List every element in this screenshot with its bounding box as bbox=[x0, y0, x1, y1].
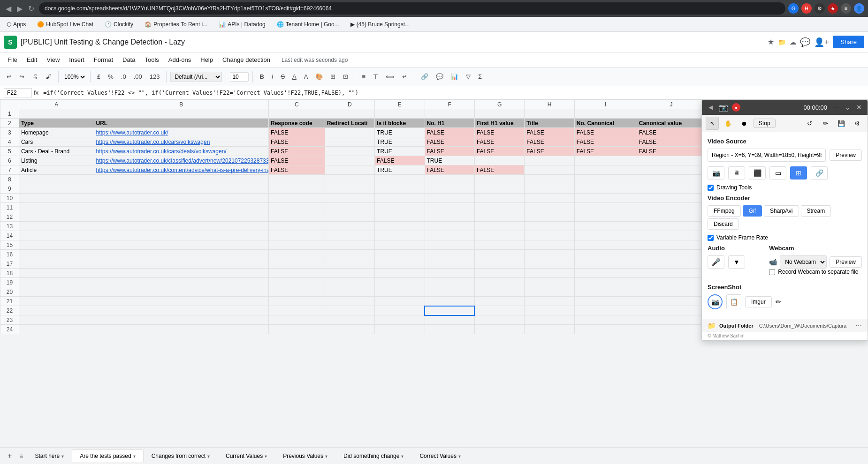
window-source-button[interactable]: ▭ bbox=[769, 166, 786, 180]
cell-i7[interactable] bbox=[574, 165, 637, 175]
bookmark-apps[interactable]: ⬡ Apps bbox=[4, 20, 29, 29]
menu-insert[interactable]: Insert bbox=[65, 54, 88, 65]
save-tool-button[interactable]: 💾 bbox=[835, 117, 848, 130]
folder-icon[interactable]: 📁 bbox=[778, 38, 786, 46]
tab-tests-passed[interactable]: Are the tests passed ▾ bbox=[72, 449, 143, 462]
print-button[interactable]: 🖨 bbox=[29, 71, 41, 82]
cell-d4[interactable] bbox=[325, 137, 374, 147]
refresh-button[interactable]: ↻ bbox=[26, 3, 36, 14]
more-options-button[interactable]: ⋯ bbox=[855, 322, 862, 329]
extension-icon-5[interactable]: ≡ bbox=[841, 3, 851, 14]
header-h1[interactable]: No. H1 bbox=[425, 119, 474, 128]
decimal-increase-button[interactable]: .00 bbox=[131, 71, 145, 82]
format-123-button[interactable]: 123 bbox=[147, 71, 163, 82]
header-canonical-value[interactable]: Canonical value bbox=[637, 119, 705, 128]
comments-icon[interactable]: 💬 bbox=[800, 37, 810, 47]
star-icon[interactable]: ★ bbox=[768, 37, 774, 46]
add-sheet-button[interactable]: + bbox=[4, 450, 15, 462]
paint-format-button[interactable]: 🖌 bbox=[43, 71, 54, 82]
merge-button[interactable]: ⊡ bbox=[340, 71, 351, 82]
cell-d5[interactable] bbox=[325, 147, 374, 156]
cell-j4[interactable]: FALSE bbox=[637, 137, 705, 147]
tab-did-something-change[interactable]: Did something change ▾ bbox=[335, 449, 411, 462]
bookmark-clockify[interactable]: 🕐 Clockify bbox=[102, 20, 136, 29]
cell-reference-input[interactable] bbox=[4, 88, 32, 97]
cell-g1[interactable] bbox=[474, 109, 524, 119]
minimize-button[interactable]: — bbox=[831, 104, 841, 111]
cell-f1[interactable] bbox=[425, 109, 474, 119]
bold-button[interactable]: B bbox=[257, 71, 266, 82]
chart-button[interactable]: 📊 bbox=[448, 71, 461, 82]
cell-j3[interactable]: FALSE bbox=[637, 128, 705, 137]
cell-c1[interactable] bbox=[268, 109, 325, 119]
comment-button[interactable]: 💬 bbox=[433, 71, 446, 82]
header-title[interactable]: Title bbox=[525, 119, 574, 128]
cell-e1[interactable] bbox=[375, 109, 425, 119]
col-j-header[interactable]: J bbox=[637, 100, 705, 109]
region-input[interactable] bbox=[708, 149, 826, 162]
menu-tools[interactable]: Tools bbox=[141, 54, 162, 65]
screenshot-copy-button[interactable]: 📋 bbox=[726, 294, 741, 309]
bookmark-apis[interactable]: 📊 APIs | Datadog bbox=[216, 20, 268, 29]
filter-button[interactable]: ▽ bbox=[463, 71, 473, 82]
bookmark-properties[interactable]: 🏠 Properties To Rent i... bbox=[142, 20, 210, 29]
menu-edit[interactable]: Edit bbox=[23, 54, 41, 65]
tab-changes-from-correct[interactable]: Changes from correct ▾ bbox=[144, 449, 218, 462]
stop-button[interactable]: Stop bbox=[754, 119, 776, 128]
audio-expand-button[interactable]: ▼ bbox=[728, 255, 745, 269]
valign-button[interactable]: ⊤ bbox=[370, 71, 381, 82]
cell-f3[interactable]: FALSE bbox=[425, 128, 474, 137]
cell-d3[interactable] bbox=[325, 128, 374, 137]
cell-h6[interactable] bbox=[525, 156, 574, 165]
discard-button[interactable]: Discard bbox=[708, 218, 739, 230]
cloud-icon[interactable]: ☁ bbox=[790, 38, 796, 46]
cell-a1[interactable] bbox=[19, 109, 94, 119]
cell-h5[interactable]: FALSE bbox=[525, 147, 574, 156]
menu-addons[interactable]: Add-ons bbox=[165, 54, 195, 65]
header-url[interactable]: URL bbox=[94, 119, 268, 128]
gif-button[interactable]: Gif bbox=[743, 205, 762, 217]
cell-h4[interactable]: FALSE bbox=[525, 137, 574, 147]
forward-button[interactable]: ▶ bbox=[15, 3, 24, 14]
cell-h7[interactable] bbox=[525, 165, 574, 175]
text-color-button[interactable]: A bbox=[301, 71, 311, 82]
cell-j6[interactable] bbox=[637, 156, 705, 165]
tab-current-values[interactable]: Current Values ▾ bbox=[218, 449, 275, 462]
extension-icon-2[interactable]: H bbox=[801, 3, 812, 14]
zoom-select[interactable]: 100% bbox=[62, 73, 86, 81]
tab-previous-values[interactable]: Previous Values ▾ bbox=[275, 449, 335, 462]
cell-f5[interactable]: FALSE bbox=[425, 147, 474, 156]
menu-file[interactable]: File bbox=[4, 54, 21, 65]
microphone-button[interactable]: 🎤 bbox=[708, 255, 724, 269]
text-wrap-button[interactable]: ↵ bbox=[399, 71, 410, 82]
cell-b5[interactable]: https://www.autotrader.co.uk/cars/deals/… bbox=[94, 147, 268, 156]
tab-correct-values[interactable]: Correct Values ▾ bbox=[411, 449, 468, 462]
header-response[interactable]: Response code bbox=[268, 119, 325, 128]
cell-a7[interactable]: Article bbox=[19, 165, 94, 175]
cell-j1[interactable] bbox=[637, 109, 705, 119]
header-type[interactable]: Type bbox=[19, 119, 94, 128]
cell-b7[interactable]: https://www.autotrader.co.uk/content/adv… bbox=[94, 165, 268, 175]
cell-e3[interactable]: TRUE bbox=[375, 128, 425, 137]
percent-button[interactable]: % bbox=[105, 71, 116, 82]
col-f-header[interactable]: F bbox=[425, 100, 474, 109]
cell-b6[interactable]: https://www.autotrader.co.uk/classified/… bbox=[94, 156, 268, 165]
extension-icon-3[interactable]: ⚙ bbox=[815, 3, 825, 14]
cell-i3[interactable]: FALSE bbox=[574, 128, 637, 137]
address-bar[interactable]: docs.google.com/spreadsheets/d/1WZYuUN2M… bbox=[39, 2, 785, 15]
cell-g4[interactable]: FALSE bbox=[474, 137, 524, 147]
cell-e5[interactable]: TRUE bbox=[375, 147, 425, 156]
cell-i4[interactable]: FALSE bbox=[574, 137, 637, 147]
cell-a4[interactable]: Cars bbox=[19, 137, 94, 147]
tab-start-here[interactable]: Start here ▾ bbox=[27, 449, 72, 462]
edit-tool-button[interactable]: ✏ bbox=[819, 117, 832, 130]
cell-a3[interactable]: Homepage bbox=[19, 128, 94, 137]
cell-b4[interactable]: https://www.autotrader.co.uk/cars/volksw… bbox=[94, 137, 268, 147]
cell-d1[interactable] bbox=[325, 109, 374, 119]
font-select[interactable]: Default (Ari... bbox=[170, 72, 222, 82]
menu-change-detection[interactable]: Change detection bbox=[219, 54, 274, 65]
webcam-preview-button[interactable]: Preview bbox=[830, 256, 862, 268]
col-b-header[interactable]: B bbox=[94, 100, 268, 109]
cell-f6[interactable]: TRUE bbox=[425, 156, 474, 165]
col-i-header[interactable]: I bbox=[574, 100, 637, 109]
